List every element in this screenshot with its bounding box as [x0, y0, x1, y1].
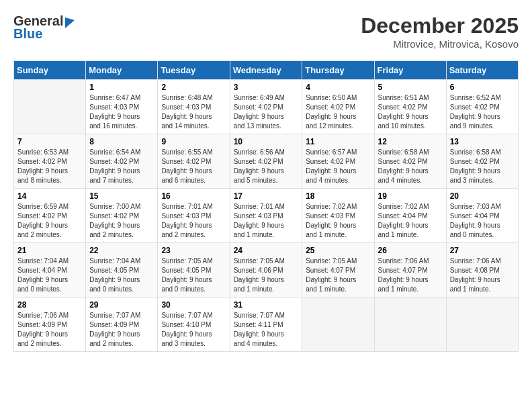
day-info: Sunrise: 6:51 AM Sunset: 4:02 PM Dayligh…	[378, 93, 443, 131]
day-number: 23	[161, 246, 226, 255]
day-number: 25	[306, 246, 370, 255]
day-info: Sunrise: 6:55 AM Sunset: 4:02 PM Dayligh…	[161, 148, 226, 185]
calendar-cell: 23Sunrise: 7:05 AM Sunset: 4:05 PM Dayli…	[158, 243, 230, 298]
day-number: 10	[234, 137, 299, 146]
day-number: 9	[161, 137, 226, 146]
calendar-cell: 12Sunrise: 6:58 AM Sunset: 4:02 PM Dayli…	[374, 134, 446, 189]
day-number: 17	[234, 191, 299, 201]
day-number: 22	[89, 246, 154, 255]
calendar-cell: 20Sunrise: 7:03 AM Sunset: 4:04 PM Dayli…	[446, 189, 518, 243]
calendar-cell: 11Sunrise: 6:57 AM Sunset: 4:02 PM Dayli…	[302, 134, 374, 189]
day-number: 6	[450, 83, 515, 92]
day-number: 30	[161, 300, 226, 310]
day-number: 27	[450, 246, 515, 255]
day-number: 14	[17, 191, 82, 201]
title-block: December 2025 Mitrovice, Mitrovica, Koso…	[361, 13, 519, 50]
day-number: 13	[450, 137, 515, 146]
day-info: Sunrise: 7:02 AM Sunset: 4:04 PM Dayligh…	[378, 202, 443, 240]
day-info: Sunrise: 6:56 AM Sunset: 4:02 PM Dayligh…	[234, 148, 299, 185]
day-info: Sunrise: 7:02 AM Sunset: 4:03 PM Dayligh…	[306, 202, 370, 240]
day-number: 29	[89, 300, 154, 310]
day-info: Sunrise: 7:05 AM Sunset: 4:06 PM Dayligh…	[234, 257, 299, 294]
calendar-cell: 17Sunrise: 7:01 AM Sunset: 4:03 PM Dayli…	[230, 189, 302, 243]
calendar-cell: 2Sunrise: 6:48 AM Sunset: 4:03 PM Daylig…	[158, 80, 230, 134]
day-info: Sunrise: 6:50 AM Sunset: 4:02 PM Dayligh…	[306, 93, 370, 131]
day-header-thursday: Thursday	[302, 61, 374, 80]
day-info: Sunrise: 7:07 AM Sunset: 4:10 PM Dayligh…	[161, 311, 226, 349]
day-header-saturday: Saturday	[446, 61, 518, 80]
day-info: Sunrise: 6:59 AM Sunset: 4:02 PM Dayligh…	[17, 202, 82, 240]
calendar-cell: 16Sunrise: 7:01 AM Sunset: 4:03 PM Dayli…	[158, 189, 230, 243]
calendar-cell: 19Sunrise: 7:02 AM Sunset: 4:04 PM Dayli…	[374, 189, 446, 243]
calendar-cell: 21Sunrise: 7:04 AM Sunset: 4:04 PM Dayli…	[14, 243, 86, 298]
day-header-friday: Friday	[374, 61, 446, 80]
day-info: Sunrise: 7:06 AM Sunset: 4:09 PM Dayligh…	[17, 311, 82, 349]
day-info: Sunrise: 7:05 AM Sunset: 4:05 PM Dayligh…	[161, 257, 226, 294]
day-info: Sunrise: 7:04 AM Sunset: 4:05 PM Dayligh…	[89, 257, 154, 294]
day-number: 15	[89, 191, 154, 201]
month-title: December 2025	[361, 13, 519, 38]
calendar-cell: 29Sunrise: 7:07 AM Sunset: 4:09 PM Dayli…	[86, 298, 158, 352]
day-info: Sunrise: 7:07 AM Sunset: 4:11 PM Dayligh…	[234, 311, 299, 349]
calendar-cell: 7Sunrise: 6:53 AM Sunset: 4:02 PM Daylig…	[14, 134, 86, 189]
day-number: 5	[378, 83, 443, 92]
day-info: Sunrise: 7:01 AM Sunset: 4:03 PM Dayligh…	[161, 202, 226, 240]
calendar-cell: 14Sunrise: 6:59 AM Sunset: 4:02 PM Dayli…	[14, 189, 86, 243]
day-info: Sunrise: 7:04 AM Sunset: 4:04 PM Dayligh…	[17, 257, 82, 294]
day-header-tuesday: Tuesday	[158, 61, 230, 80]
location: Mitrovice, Mitrovica, Kosovo	[361, 38, 519, 50]
day-info: Sunrise: 6:58 AM Sunset: 4:02 PM Dayligh…	[450, 148, 515, 185]
day-info: Sunrise: 6:58 AM Sunset: 4:02 PM Dayligh…	[378, 148, 443, 185]
day-info: Sunrise: 7:07 AM Sunset: 4:09 PM Dayligh…	[89, 311, 154, 349]
calendar-table: SundayMondayTuesdayWednesdayThursdayFrid…	[13, 60, 519, 352]
day-info: Sunrise: 7:06 AM Sunset: 4:08 PM Dayligh…	[450, 257, 515, 294]
day-header-wednesday: Wednesday	[230, 61, 302, 80]
calendar-cell: 10Sunrise: 6:56 AM Sunset: 4:02 PM Dayli…	[230, 134, 302, 189]
calendar-cell: 4Sunrise: 6:50 AM Sunset: 4:02 PM Daylig…	[302, 80, 374, 134]
day-number: 18	[306, 191, 370, 201]
day-number: 28	[17, 300, 82, 310]
day-info: Sunrise: 6:53 AM Sunset: 4:02 PM Dayligh…	[17, 148, 82, 185]
day-info: Sunrise: 6:48 AM Sunset: 4:03 PM Dayligh…	[161, 93, 226, 131]
calendar-cell: 15Sunrise: 7:00 AM Sunset: 4:02 PM Dayli…	[86, 189, 158, 243]
day-info: Sunrise: 7:03 AM Sunset: 4:04 PM Dayligh…	[450, 202, 515, 240]
day-number: 1	[89, 83, 154, 92]
day-info: Sunrise: 6:54 AM Sunset: 4:02 PM Dayligh…	[89, 148, 154, 185]
day-number: 20	[450, 191, 515, 201]
page-header: General Blue December 2025 Mitrovice, Mi…	[13, 13, 519, 50]
day-number: 8	[89, 137, 154, 146]
day-number: 11	[306, 137, 370, 146]
calendar-cell	[446, 298, 518, 352]
logo-arrow	[65, 15, 75, 28]
day-info: Sunrise: 6:49 AM Sunset: 4:02 PM Dayligh…	[234, 93, 299, 131]
calendar-cell: 30Sunrise: 7:07 AM Sunset: 4:10 PM Dayli…	[158, 298, 230, 352]
calendar-cell: 24Sunrise: 7:05 AM Sunset: 4:06 PM Dayli…	[230, 243, 302, 298]
logo-blue: Blue	[13, 26, 42, 42]
calendar-cell: 8Sunrise: 6:54 AM Sunset: 4:02 PM Daylig…	[86, 134, 158, 189]
day-info: Sunrise: 7:06 AM Sunset: 4:07 PM Dayligh…	[378, 257, 443, 294]
calendar-cell: 28Sunrise: 7:06 AM Sunset: 4:09 PM Dayli…	[14, 298, 86, 352]
calendar-cell: 13Sunrise: 6:58 AM Sunset: 4:02 PM Dayli…	[446, 134, 518, 189]
logo: General Blue	[13, 13, 75, 42]
day-number: 16	[161, 191, 226, 201]
day-info: Sunrise: 6:57 AM Sunset: 4:02 PM Dayligh…	[306, 148, 370, 185]
day-info: Sunrise: 7:01 AM Sunset: 4:03 PM Dayligh…	[234, 202, 299, 240]
day-number: 4	[306, 83, 370, 92]
day-info: Sunrise: 6:52 AM Sunset: 4:02 PM Dayligh…	[450, 93, 515, 131]
day-info: Sunrise: 6:47 AM Sunset: 4:03 PM Dayligh…	[89, 93, 154, 131]
calendar-cell	[302, 298, 374, 352]
day-header-sunday: Sunday	[14, 61, 86, 80]
calendar-cell	[14, 80, 86, 134]
calendar-cell: 25Sunrise: 7:05 AM Sunset: 4:07 PM Dayli…	[302, 243, 374, 298]
calendar-cell: 31Sunrise: 7:07 AM Sunset: 4:11 PM Dayli…	[230, 298, 302, 352]
day-number: 24	[234, 246, 299, 255]
calendar-cell: 3Sunrise: 6:49 AM Sunset: 4:02 PM Daylig…	[230, 80, 302, 134]
calendar-cell: 9Sunrise: 6:55 AM Sunset: 4:02 PM Daylig…	[158, 134, 230, 189]
calendar-cell: 26Sunrise: 7:06 AM Sunset: 4:07 PM Dayli…	[374, 243, 446, 298]
day-number: 26	[378, 246, 443, 255]
day-number: 21	[17, 246, 82, 255]
calendar-cell: 27Sunrise: 7:06 AM Sunset: 4:08 PM Dayli…	[446, 243, 518, 298]
day-number: 7	[17, 137, 82, 146]
day-header-monday: Monday	[86, 61, 158, 80]
calendar-cell	[374, 298, 446, 352]
